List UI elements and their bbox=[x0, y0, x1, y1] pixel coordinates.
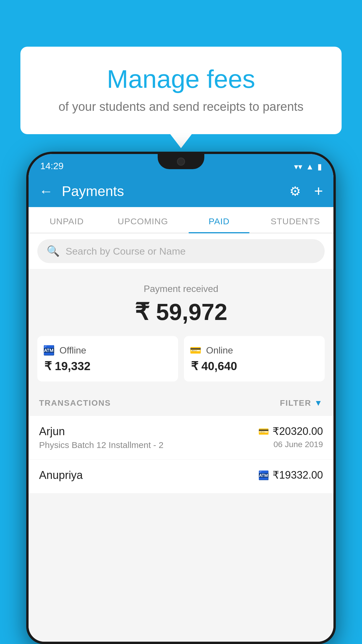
phone-camera bbox=[177, 158, 185, 166]
transaction-date: 06 June 2019 bbox=[258, 440, 323, 449]
payment-total-amount: ₹ 59,972 bbox=[37, 298, 325, 326]
transaction-amount-row: 🏧 ₹19332.00 bbox=[258, 469, 323, 481]
speech-bubble-title: Manage fees bbox=[44, 64, 318, 94]
online-label: Online bbox=[206, 345, 233, 356]
offline-label: Offline bbox=[59, 345, 86, 356]
tabs-bar: UNPAID UPCOMING PAID STUDENTS bbox=[29, 207, 333, 233]
transaction-row[interactable]: Arjun Physics Batch 12 Installment - 2 💳… bbox=[29, 416, 333, 460]
payment-cards: 🏧 Offline ₹ 19,332 💳 Online ₹ 40,640 bbox=[37, 336, 325, 382]
transaction-course: Physics Batch 12 Installment - 2 bbox=[39, 440, 164, 450]
app-bar: ← Payments ⚙ + bbox=[29, 175, 333, 207]
offline-icon: 🏧 bbox=[43, 345, 55, 356]
transaction-amount: ₹19332.00 bbox=[273, 469, 323, 481]
transaction-name: Arjun bbox=[39, 425, 164, 438]
search-input-placeholder[interactable]: Search by Course or Name bbox=[66, 246, 186, 257]
speech-bubble-subtitle: of your students and send receipts to pa… bbox=[44, 100, 318, 114]
back-button[interactable]: ← bbox=[39, 183, 53, 199]
transactions-label: TRANSACTIONS bbox=[39, 398, 111, 408]
tab-unpaid[interactable]: UNPAID bbox=[29, 207, 105, 233]
transaction-row[interactable]: Anupriya 🏧 ₹19332.00 bbox=[29, 460, 333, 493]
transaction-amount: ₹20320.00 bbox=[273, 425, 323, 438]
payment-summary: Payment received ₹ 59,972 🏧 Offline ₹ 19… bbox=[29, 269, 333, 390]
gear-icon[interactable]: ⚙ bbox=[289, 184, 301, 199]
filter-text: FILTER bbox=[280, 398, 311, 408]
transactions-header: TRANSACTIONS FILTER ▼ bbox=[29, 390, 333, 416]
transaction-left: Arjun Physics Batch 12 Installment - 2 bbox=[39, 425, 164, 450]
content-area: 🔍 Search by Course or Name Payment recei… bbox=[29, 233, 333, 642]
payment-received-label: Payment received bbox=[37, 284, 325, 294]
tab-students[interactable]: STUDENTS bbox=[257, 207, 334, 233]
add-button[interactable]: + bbox=[314, 182, 323, 200]
online-payment-icon: 💳 bbox=[258, 426, 269, 437]
signal-icon: ▲ bbox=[306, 162, 314, 172]
online-icon: 💳 bbox=[190, 345, 201, 356]
search-bar[interactable]: 🔍 Search by Course or Name bbox=[37, 239, 325, 263]
online-card-header: 💳 Online bbox=[190, 345, 319, 356]
transaction-right: 💳 ₹20320.00 06 June 2019 bbox=[258, 425, 323, 449]
speech-bubble: Manage fees of your students and send re… bbox=[20, 47, 342, 134]
app-bar-title: Payments bbox=[62, 183, 281, 199]
filter-button[interactable]: FILTER ▼ bbox=[280, 398, 323, 408]
online-payment-card: 💳 Online ₹ 40,640 bbox=[184, 336, 325, 382]
offline-card-header: 🏧 Offline bbox=[43, 345, 172, 356]
transaction-right: 🏧 ₹19332.00 bbox=[258, 469, 323, 484]
online-amount: ₹ 40,640 bbox=[190, 359, 319, 373]
offline-payment-card: 🏧 Offline ₹ 19,332 bbox=[37, 336, 178, 382]
search-bar-wrapper: 🔍 Search by Course or Name bbox=[29, 233, 333, 269]
tab-paid[interactable]: PAID bbox=[181, 207, 257, 233]
wifi-icon: ▾▾ bbox=[294, 162, 302, 172]
status-time: 14:29 bbox=[40, 161, 64, 172]
phone-frame: 14:29 ▾▾ ▲ ▮ ← Payments ⚙ + UNPAID UPCOM… bbox=[26, 152, 336, 644]
offline-payment-icon: 🏧 bbox=[258, 470, 269, 480]
battery-icon: ▮ bbox=[317, 162, 322, 172]
transaction-amount-row: 💳 ₹20320.00 bbox=[258, 425, 323, 438]
transaction-name: Anupriya bbox=[39, 469, 83, 482]
search-icon: 🔍 bbox=[47, 245, 60, 257]
filter-icon: ▼ bbox=[314, 398, 323, 408]
phone-notch bbox=[158, 154, 204, 169]
offline-amount: ₹ 19,332 bbox=[43, 359, 172, 373]
status-icons: ▾▾ ▲ ▮ bbox=[294, 162, 322, 172]
phone-inner: 14:29 ▾▾ ▲ ▮ ← Payments ⚙ + UNPAID UPCOM… bbox=[29, 154, 333, 642]
tab-upcoming[interactable]: UPCOMING bbox=[105, 207, 181, 233]
transaction-left: Anupriya bbox=[39, 469, 83, 484]
speech-bubble-container: Manage fees of your students and send re… bbox=[20, 47, 342, 134]
